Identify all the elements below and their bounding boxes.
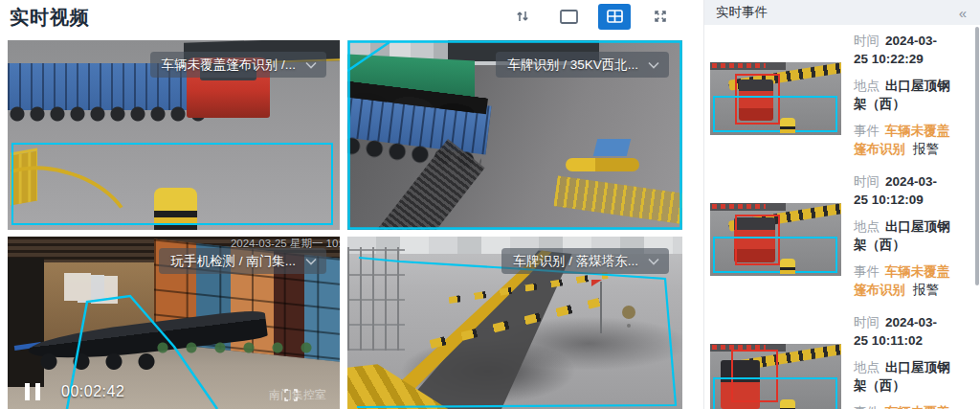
- t1-truck-wheels: [8, 106, 207, 122]
- camera-tile-1[interactable]: 车辆未覆盖篷布识别 /...: [8, 40, 340, 230]
- tile4-camera-select[interactable]: 车牌识别 / 落煤塔东...: [501, 248, 669, 274]
- pause-button[interactable]: [25, 383, 40, 400]
- event-thumbnail[interactable]: [710, 203, 841, 276]
- playback-controls: 00:02:42: [25, 383, 124, 400]
- view-toolbar: [506, 2, 677, 31]
- tile3-camera-label: 玩手机检测 / 南门集...: [170, 253, 296, 270]
- event-card: 时间2024-03-25 10:12:09 地点出口屋顶钢架（西） 事件车辆未覆…: [710, 175, 974, 304]
- event-fields: 时间2024-03-25 10:11:02 地点出口屋顶钢架（西） 事件车辆未覆…: [854, 313, 967, 409]
- chevron-down-icon[interactable]: [648, 258, 659, 265]
- realtime-events-panel: 实时事件 « 时间2024-03-25 10:22:29 地点出口屋顶钢架（西）…: [703, 0, 980, 409]
- location-label: 地点: [854, 79, 880, 93]
- t4-gantry-structure: [347, 247, 405, 351]
- event-fields: 时间2024-03-25 10:22:29 地点出口屋顶钢架（西） 事件车辆未覆…: [854, 32, 967, 167]
- camera-tile-2[interactable]: 车牌识别 / 35KV西北...: [347, 40, 682, 230]
- event-card: 时间2024-03-25 10:22:29 地点出口屋顶钢架（西） 事件车辆未覆…: [710, 34, 974, 163]
- thumb-bollard: [780, 399, 795, 409]
- event-thumbnail[interactable]: [710, 62, 841, 135]
- thumb-osd-strip: [710, 203, 786, 211]
- event-thumbnail[interactable]: [710, 344, 841, 409]
- swap-order-button[interactable]: [506, 4, 539, 30]
- events-panel-header: 实时事件 «: [704, 0, 980, 25]
- t4-flag-pole: [600, 282, 602, 333]
- location-label: 地点: [854, 360, 880, 375]
- tile1-camera-select[interactable]: 车辆未覆盖篷布识别 /...: [150, 52, 326, 78]
- thumb-bollard: [780, 118, 795, 134]
- t3-location-watermark: 南门集控室: [269, 387, 326, 403]
- events-panel-title: 实时事件: [716, 4, 768, 21]
- t2-blue-sign: [593, 139, 631, 156]
- page-title: 实时视频: [10, 5, 90, 31]
- grid-view-button[interactable]: [598, 4, 631, 30]
- t3-plants: [154, 340, 321, 355]
- event-label: 事件: [854, 264, 880, 279]
- location-label: 地点: [854, 219, 880, 234]
- chevron-down-icon[interactable]: [305, 258, 317, 265]
- playback-time: 00:02:42: [61, 383, 124, 400]
- collapse-panel-icon[interactable]: «: [959, 6, 967, 20]
- t3-chairs: [37, 351, 170, 373]
- event-fields: 时间2024-03-25 10:12:09 地点出口屋顶钢架（西） 事件车辆未覆…: [854, 172, 967, 307]
- camera-tile-3[interactable]: 2024-03-25 星期一 10:2 玩手机检测 / 南门集... 00:02…: [8, 237, 340, 409]
- t2-yellow-gate: [566, 158, 639, 171]
- live-video-page: 实时视频: [0, 0, 980, 409]
- event-status: 报警: [913, 142, 939, 156]
- tile4-camera-label: 车牌识别 / 落煤塔东...: [513, 253, 638, 270]
- event-card: 时间2024-03-25 10:11:02 地点出口屋顶钢架（西） 事件车辆未覆…: [710, 316, 974, 409]
- thumb-bollard: [780, 259, 795, 275]
- single-frame-icon: [560, 10, 578, 24]
- grid-2x2-icon: [607, 10, 623, 23]
- thumb-detection-box-cyan: [713, 237, 837, 273]
- tile1-camera-label: 车辆未覆盖篷布识别 /...: [162, 57, 296, 74]
- t1-detection-zone: [11, 143, 333, 225]
- scrollbar-thumb[interactable]: [975, 27, 979, 285]
- chevron-down-icon[interactable]: [648, 61, 659, 69]
- thumb-detection-box-cyan: [713, 377, 837, 409]
- main-header: 实时视频: [0, 0, 703, 34]
- t4-red-flag: [591, 280, 602, 286]
- thumb-osd-strip: [710, 62, 786, 70]
- event-status: 报警: [913, 283, 939, 297]
- t4-sign-disc: [622, 306, 635, 319]
- time-label: 时间: [854, 174, 880, 189]
- event-label: 事件: [854, 124, 880, 138]
- time-label: 时间: [854, 315, 880, 329]
- focus-brackets-icon[interactable]: [284, 389, 298, 401]
- tile2-camera-label: 车牌识别 / 35KV西北...: [507, 57, 638, 74]
- time-label: 时间: [854, 34, 880, 48]
- camera-tile-4[interactable]: 车牌识别 / 落煤塔东...: [347, 237, 682, 409]
- chevron-down-icon[interactable]: [305, 61, 317, 69]
- tile3-camera-select[interactable]: 玩手机检测 / 南门集...: [159, 248, 326, 274]
- fullscreen-button[interactable]: [644, 4, 677, 30]
- t3-posters: [64, 273, 91, 301]
- event-list: 时间2024-03-25 10:22:29 地点出口屋顶钢架（西） 事件车辆未覆…: [704, 29, 974, 409]
- single-view-button[interactable]: [552, 4, 585, 30]
- thumb-detection-box-cyan: [713, 96, 837, 132]
- swap-vertical-icon: [514, 8, 531, 25]
- event-label: 事件: [854, 405, 880, 409]
- fullscreen-icon: [652, 8, 669, 25]
- tile2-camera-select[interactable]: 车牌识别 / 35KV西北...: [496, 52, 669, 78]
